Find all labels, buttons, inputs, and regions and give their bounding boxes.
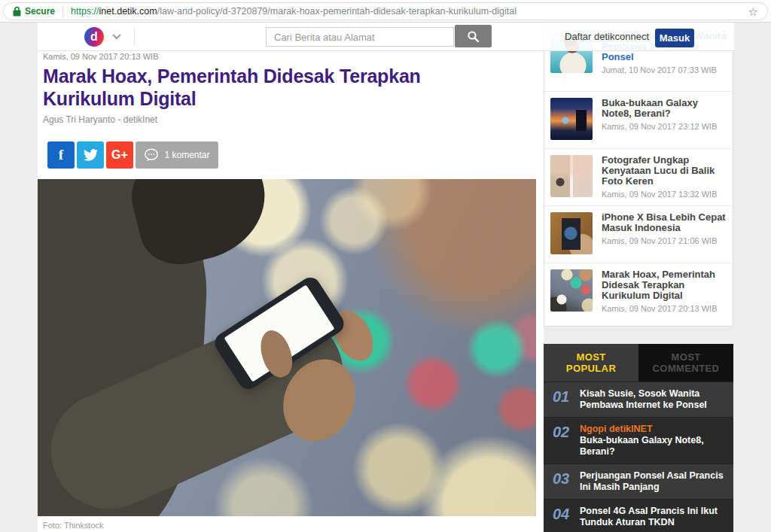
popular-item[interactable]: 01 Kisah Susie, Sosok Wanita Pembawa Int… xyxy=(544,382,733,417)
bookmark-star-icon[interactable]: ☆ xyxy=(748,6,758,17)
url-path: /law-and-policy/d-3720879/marak-hoax-pem… xyxy=(157,6,517,17)
site-header: d Daftar detikconnect Masuk xyxy=(38,23,734,51)
related-item[interactable]: Fotografer Ungkap Kenyataan Lucu di Bali… xyxy=(544,148,733,205)
related-date: Kamis, 09 Nov 2017 23:12 WIB xyxy=(602,122,727,131)
related-thumb-photographer[interactable] xyxy=(550,155,593,197)
related-thumb-iphonex[interactable] xyxy=(550,212,593,254)
popular-rank: 02 xyxy=(553,424,580,458)
page-url: https://inet.detik.com/law-and-policy/d-… xyxy=(71,6,517,17)
popular-title: Kisah Susie, Sosok Wanita Pembawa Intern… xyxy=(580,388,726,411)
related-date: Kamis, 09 Nov 2017 20:13 WIB xyxy=(602,304,727,313)
secure-lock-icon xyxy=(13,6,21,17)
popular-title: Perjuangan Ponsel Asal Prancis Ini Masih… xyxy=(580,470,726,493)
search-input[interactable] xyxy=(266,27,454,47)
chevron-down-icon[interactable] xyxy=(111,33,122,40)
related-date: Kamis, 09 Nov 2017 13:32 WIB xyxy=(602,190,727,199)
url-host: inet.detik.com xyxy=(99,6,157,17)
share-googleplus-button[interactable]: G+ xyxy=(106,141,133,169)
popular-rank: 04 xyxy=(553,506,580,528)
article-author: Agus Tri Haryanto - detikInet xyxy=(43,114,157,125)
comment-bubble-icon xyxy=(144,148,159,162)
related-news-card: Kisah Susie, Sosok Wanita Pembawa Intern… xyxy=(544,24,733,327)
related-thumb-hoax[interactable] xyxy=(550,269,593,312)
photo-caption: Foto: Thinkstock xyxy=(43,521,104,530)
popular-title: Buka-bukaan Galaxy Note8, Berani? xyxy=(580,435,726,458)
popular-item[interactable]: 04 Ponsel 4G Asal Prancis Ini Ikut Tundu… xyxy=(544,499,733,532)
tab-most-popular[interactable]: MOST POPULAR xyxy=(544,344,638,382)
popular-tabs: MOST POPULAR MOST COMMENTED xyxy=(544,344,733,382)
related-item[interactable]: Buka-bukaan Galaxy Note8, Berani? Kamis,… xyxy=(544,91,733,148)
related-item[interactable]: Marak Hoax, Pemerintah Didesak Terapkan … xyxy=(544,263,733,326)
most-popular-widget: MOST POPULAR MOST COMMENTED 01 Kisah Sus… xyxy=(544,344,733,532)
popular-rank: 01 xyxy=(553,388,580,411)
header-divider xyxy=(134,27,135,47)
browser-toolbar: Secure https://inet.detik.com/law-and-po… xyxy=(0,0,771,23)
omnibox-divider xyxy=(62,6,63,17)
twitter-bird-icon xyxy=(84,149,98,161)
related-item[interactable]: iPhone X Bisa Lebih Cepat Masuk Indonesi… xyxy=(544,205,733,263)
search-icon xyxy=(467,30,480,43)
comments-count-label: 1 komentar xyxy=(164,150,209,160)
popular-item[interactable]: 03 Perjuangan Ponsel Asal Prancis Ini Ma… xyxy=(544,464,733,499)
popular-item[interactable]: 02 Ngopi detikINET Buka-bukaan Galaxy No… xyxy=(544,417,733,464)
related-title: iPhone X Bisa Lebih Cepat Masuk Indonesi… xyxy=(602,212,727,233)
share-toolbar: f G+ 1 komentar xyxy=(47,141,218,169)
url-scheme: https:// xyxy=(71,6,99,17)
address-bar[interactable]: Secure https://inet.detik.com/law-and-po… xyxy=(3,2,768,20)
popular-title: Ponsel 4G Asal Prancis Ini Ikut Tunduk A… xyxy=(580,506,726,528)
share-facebook-button[interactable]: f xyxy=(47,141,75,169)
article-photo xyxy=(38,179,536,516)
popular-kicker: Ngopi detikINET xyxy=(580,424,726,435)
comments-button[interactable]: 1 komentar xyxy=(136,141,218,169)
register-detikconnect-link[interactable]: Daftar detikconnect xyxy=(565,23,649,51)
related-title: Buka-bukaan Galaxy Note8, Berani? xyxy=(602,98,727,119)
related-title: Marak Hoax, Pemerintah Didesak Terapkan … xyxy=(602,269,727,301)
detik-logo[interactable]: d xyxy=(84,27,104,47)
secure-label: Secure xyxy=(25,6,55,17)
share-twitter-button[interactable] xyxy=(77,141,104,169)
related-thumb-note8[interactable] xyxy=(550,98,593,140)
article-date: Kamis, 09 Nov 2017 20:13 WIB xyxy=(43,52,158,61)
related-date: Jumat, 10 Nov 2017 07:33 WIB xyxy=(602,65,727,74)
login-button[interactable]: Masuk xyxy=(655,29,694,47)
related-title: Fotografer Ungkap Kenyataan Lucu di Bali… xyxy=(602,155,727,187)
popular-rank: 03 xyxy=(553,470,580,493)
tab-most-commented[interactable]: MOST COMMENTED xyxy=(638,344,733,382)
search-button[interactable] xyxy=(455,25,492,47)
article-title: Marak Hoax, Pemerintah Didesak Terapkan … xyxy=(43,65,517,110)
related-date: Kamis, 09 Nov 2017 21:06 WIB xyxy=(602,236,727,245)
